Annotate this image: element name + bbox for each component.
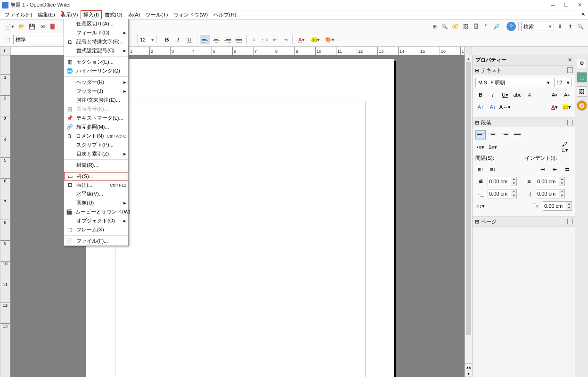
align-justify-button[interactable]: [234, 35, 244, 44]
tab-styles[interactable]: ⬚: [577, 72, 587, 82]
menu-special-char[interactable]: Ω記号と特殊文字(B)...: [64, 37, 128, 46]
increase-indent-button[interactable]: ⇥: [537, 164, 547, 174]
para-align-right-button[interactable]: [500, 130, 510, 139]
menu-cross-ref[interactable]: 🔗相互参照(M)...: [64, 123, 128, 131]
align-left-button[interactable]: [200, 35, 210, 44]
sidebar-underline-button[interactable]: U▾: [500, 90, 510, 99]
align-center-button[interactable]: [211, 35, 221, 44]
right-indent-spinner[interactable]: ▴▾: [536, 189, 565, 198]
navigator-button[interactable]: 🧭: [450, 22, 460, 31]
numbering-button[interactable]: ≡: [249, 35, 259, 44]
menu-bookmark[interactable]: 📌テキストマーク(L)...: [64, 114, 128, 123]
detach-icon[interactable]: [567, 120, 573, 125]
detach-icon[interactable]: [567, 67, 573, 73]
menu-frame[interactable]: ▭枠(S)...: [64, 172, 128, 180]
sidebar-strike-button[interactable]: abc: [512, 90, 523, 99]
below-spacing-spinner[interactable]: ▴▾: [488, 189, 517, 198]
search-prev-button[interactable]: ⬆: [565, 22, 575, 31]
save-button[interactable]: 💾: [27, 22, 37, 31]
para-numbering-button[interactable]: 1≡▾: [488, 142, 498, 152]
menu-format[interactable]: 書式(O): [102, 10, 125, 19]
bgcolor-button[interactable]: 🎨▾: [323, 35, 336, 44]
above-spacing-spinner[interactable]: ▴▾: [488, 177, 517, 186]
tab-navigator[interactable]: 🧭: [577, 100, 587, 111]
sidebar-bold-button[interactable]: B: [475, 90, 486, 99]
search-dialog-button[interactable]: 🔍: [576, 22, 585, 31]
italic-button[interactable]: I: [173, 35, 183, 44]
help-button[interactable]: ?: [506, 22, 516, 31]
decrease-indent-button[interactable]: ⇤: [549, 164, 560, 174]
sidebar-shadow-button[interactable]: A: [524, 90, 535, 99]
find-button[interactable]: 🔍: [440, 22, 449, 31]
menu-tools[interactable]: ツール(T): [143, 10, 171, 19]
para-align-center-button[interactable]: [488, 130, 498, 139]
page-section-header[interactable]: ⊞ ページ: [473, 217, 575, 226]
styles-button[interactable]: ⬚: [3, 35, 12, 44]
bold-button[interactable]: B: [162, 35, 172, 44]
para-section-header[interactable]: ⊟ 段落: [473, 118, 575, 127]
email-button[interactable]: ✉: [38, 22, 47, 31]
menu-fields[interactable]: フィールド(D)▸: [64, 28, 128, 37]
menu-header[interactable]: ヘッダー(H)▸: [64, 78, 128, 87]
scroll-thumb[interactable]: [466, 62, 471, 335]
sidebar-italic-button[interactable]: I: [488, 90, 498, 99]
table-button[interactable]: ⊞: [430, 22, 439, 31]
menu-manual-break[interactable]: 任意区切り(A)...: [64, 19, 128, 28]
sidebar-highlight-button[interactable]: ab▾: [562, 102, 572, 112]
menu-file[interactable]: ファイル(F): [2, 10, 35, 19]
para-align-justify-button[interactable]: [512, 130, 523, 139]
menu-float-frame[interactable]: ⬚フレーム(X): [64, 225, 128, 234]
menu-table[interactable]: 表(A): [125, 10, 143, 19]
decrease-spacing-button[interactable]: ≡↓: [488, 164, 498, 174]
align-right-button[interactable]: [222, 35, 233, 44]
menu-insert-table[interactable]: ⊞表(T)...Ctrl+F12: [64, 180, 128, 189]
gallery-button[interactable]: 🖼: [461, 22, 470, 31]
sidebar-sub-button[interactable]: AA: [562, 90, 572, 99]
hanging-indent-button[interactable]: ⇆: [562, 164, 572, 174]
vertical-scrollbar[interactable]: ▴ ▴▴ ● ▾▾: [465, 55, 472, 377]
search-combo[interactable]: 検索▾: [521, 22, 554, 31]
expand-icon[interactable]: ⊞: [474, 219, 479, 225]
left-indent-spinner[interactable]: ▴▾: [536, 177, 565, 186]
collapse-icon[interactable]: ⊟: [474, 120, 479, 126]
nonprint-button[interactable]: ¶: [482, 22, 491, 31]
line-spacing-button[interactable]: ≡↕▾: [475, 201, 486, 211]
menu-edit[interactable]: 編集(E): [35, 10, 58, 19]
maximize-button[interactable]: ☐: [560, 1, 573, 9]
close-button[interactable]: ✕: [573, 1, 586, 9]
para-align-left-button[interactable]: [475, 130, 486, 139]
underline-button[interactable]: U: [184, 35, 195, 44]
scroll-up-button[interactable]: [465, 47, 472, 55]
vertical-ruler[interactable]: 12345678910111213: [0, 55, 10, 377]
increase-spacing-button[interactable]: ≡↑: [475, 164, 486, 174]
font-color-button[interactable]: A▾: [295, 35, 308, 44]
nav-mode-button[interactable]: ●: [465, 370, 472, 377]
style-combo[interactable]: 標準▾: [13, 35, 70, 44]
menu-envelope[interactable]: 封筒(R)...: [64, 161, 128, 170]
sidebar-super-button[interactable]: AA: [549, 90, 560, 99]
menu-object[interactable]: オブジェクト(O)▸: [64, 216, 128, 225]
menu-footer[interactable]: フッター(J)▸: [64, 87, 128, 96]
minimize-button[interactable]: ─: [547, 1, 560, 9]
menu-indexes[interactable]: 目次と索引(Z)▸: [64, 149, 128, 158]
menu-image[interactable]: 画像(U)▸: [64, 198, 128, 207]
menu-script[interactable]: スクリプト(P)...: [64, 140, 128, 149]
font-size-combo[interactable]: 12▾: [138, 35, 156, 44]
search-next-button[interactable]: ⬇: [555, 22, 564, 31]
tab-gallery[interactable]: 🖼: [577, 86, 587, 97]
decrease-indent-button[interactable]: ⇤: [270, 35, 279, 44]
increase-indent-button[interactable]: ⇥: [280, 35, 290, 44]
bullets-button[interactable]: ⋮≡: [260, 35, 269, 44]
menu-section[interactable]: ▥セクション(E)...: [64, 57, 128, 66]
pdf-button[interactable]: 📕: [48, 22, 57, 31]
menu-footnote[interactable]: 脚注/文末脚注(E)...: [64, 96, 128, 105]
sidebar-font-combo[interactable]: ＭＳ Ｐ明朝▾: [475, 78, 552, 87]
menu-movie[interactable]: 🎬ムービーとサウンド(W): [64, 207, 128, 216]
menu-help[interactable]: ヘルプ(H): [211, 10, 239, 19]
sidebar-size-combo[interactable]: 12▾: [554, 78, 572, 87]
menu-horizontal-rule[interactable]: 水平線(V)...: [64, 189, 128, 198]
collapse-icon[interactable]: ⊟: [474, 67, 479, 74]
sidebar-spacing-button[interactable]: A↔▾: [500, 102, 510, 112]
tab-properties[interactable]: ⚙: [577, 58, 587, 68]
sidebar-grow-button[interactable]: A↑: [475, 102, 486, 112]
